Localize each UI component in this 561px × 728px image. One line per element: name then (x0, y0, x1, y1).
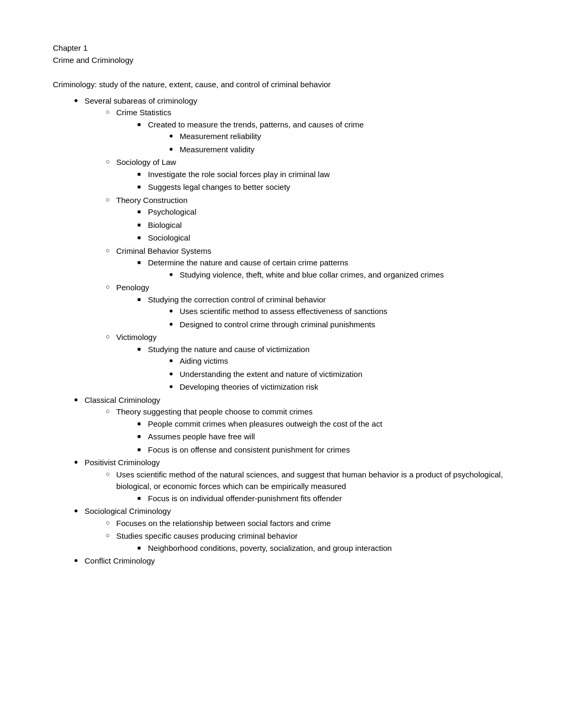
list-item: Uses scientific method of the natural sc… (106, 469, 508, 505)
item-label: Understanding the extent and nature of v… (180, 370, 362, 379)
list-item: Theory Construction Psychological Biolog… (106, 195, 508, 244)
list-item: Criminal Behavior Systems Determine the … (106, 245, 508, 281)
item-label: Developing theories of victimization ris… (180, 382, 319, 391)
item-label: Crime Statistics (116, 108, 171, 117)
classical-list: Theory suggesting that people choose to … (106, 406, 508, 456)
item-label: Created to measure the trends, patterns,… (148, 120, 364, 129)
item-label: Focuses on the relationship between soci… (116, 519, 331, 528)
list-item: Understanding the extent and nature of v… (169, 368, 508, 381)
victimology-list: Studying the nature and cause of victimi… (137, 344, 508, 393)
list-item: People commit crimes when pleasures outw… (137, 418, 508, 430)
main-list: Several subareas of criminology Crime St… (74, 95, 508, 567)
item-label: Measurement reliability (180, 132, 261, 141)
item-label: Determine the nature and cause of certai… (148, 258, 348, 267)
item-label: Biological (148, 220, 182, 229)
item-label: Studies specific causes producing crimin… (116, 531, 298, 540)
list-item: Victimology Studying the nature and caus… (106, 331, 508, 393)
list-item: Studying the nature and cause of victimi… (137, 344, 508, 393)
list-item: Sociology of Law Investigate the role so… (106, 156, 508, 193)
list-item: Developing theories of victimization ris… (169, 381, 508, 393)
item-label: People commit crimes when pleasures outw… (148, 419, 382, 428)
sociology-list: Investigate the role social forces play … (137, 169, 508, 193)
item-label: Studying the nature and cause of victimi… (148, 345, 310, 354)
item-label: Sociological (148, 233, 190, 242)
item-label: Classical Criminology (85, 395, 160, 404)
crime-stats-sub: Measurement reliability Measurement vali… (169, 131, 508, 155)
list-item: Conflict Criminology (74, 555, 508, 567)
criminal-behavior-list: Determine the nature and cause of certai… (137, 257, 508, 281)
positivist-sub: Focus is on individual offender-punishme… (137, 493, 508, 505)
list-item: Sociological (137, 232, 508, 244)
chapter-header: Chapter 1 Crime and Criminology (53, 42, 508, 66)
list-item: Measurement reliability (169, 131, 508, 143)
list-item: Theory suggesting that people choose to … (106, 406, 508, 456)
list-item: Studying violence, theft, white and blue… (169, 269, 508, 281)
list-item: Psychological (137, 206, 508, 218)
list-item: Aiding victims (169, 355, 508, 367)
chapter-line2: Crime and Criminology (53, 54, 508, 67)
item-label: Theory Construction (116, 196, 188, 205)
list-item: Measurement validity (169, 144, 508, 156)
item-label: Penology (116, 283, 149, 292)
list-item: Several subareas of criminology Crime St… (74, 95, 508, 393)
item-label: Studying violence, theft, white and blue… (180, 270, 444, 279)
list-item: Positivist Criminology Uses scientific m… (74, 457, 508, 504)
item-label: Sociological Criminology (85, 506, 171, 515)
item-label: Suggests legal changes to better society (148, 182, 290, 191)
sociological-list: Focuses on the relationship between soci… (106, 518, 508, 555)
item-label: Studying the correction control of crimi… (148, 295, 326, 304)
item-label: Uses scientific method of the natural sc… (116, 470, 503, 491)
item-label: Victimology (116, 333, 156, 342)
penology-sub: Uses scientific method to assess effecti… (169, 306, 508, 330)
item-label: Conflict Criminology (85, 556, 155, 565)
item-label: Measurement validity (180, 145, 255, 154)
list-item: Studies specific causes producing crimin… (106, 530, 508, 554)
list-item: Crime Statistics Created to measure the … (106, 107, 508, 155)
list-item: Studying the correction control of crimi… (137, 294, 508, 331)
list-item: Created to measure the trends, patterns,… (137, 119, 508, 156)
sociological-sub: Neighborhood conditions, poverty, social… (137, 542, 508, 555)
intro-text: Criminology: study of the nature, extent… (53, 79, 508, 91)
item-label: Assumes people have free will (148, 432, 255, 441)
list-item: Penology Studying the correction control… (106, 282, 508, 330)
list-item: Focuses on the relationship between soci… (106, 518, 508, 530)
list-item: Assumes people have free will (137, 431, 508, 443)
item-label: Designed to control crime through crimin… (180, 320, 375, 329)
theory-list: Psychological Biological Sociological (137, 206, 508, 244)
item-label: Criminal Behavior Systems (116, 246, 211, 255)
item-label: Aiding victims (180, 356, 228, 365)
subareas-list: Crime Statistics Created to measure the … (106, 107, 508, 393)
item-label: Several subareas of criminology (85, 96, 197, 105)
list-item: Focus is on offense and consistent punis… (137, 444, 508, 456)
classical-sub: People commit crimes when pleasures outw… (137, 418, 508, 456)
penology-list: Studying the correction control of crimi… (137, 294, 508, 331)
list-item: Neighborhood conditions, poverty, social… (137, 542, 508, 555)
item-label: Uses scientific method to assess effecti… (180, 307, 387, 316)
item-label: Focus is on individual offender-punishme… (148, 494, 342, 503)
item-label: Positivist Criminology (85, 458, 160, 467)
list-item: Classical Criminology Theory suggesting … (74, 394, 508, 456)
list-item: Determine the nature and cause of certai… (137, 257, 508, 281)
chapter-line1: Chapter 1 (53, 42, 508, 54)
list-item: Investigate the role social forces play … (137, 169, 508, 181)
list-item: Focus is on individual offender-punishme… (137, 493, 508, 505)
item-label: Theory suggesting that people choose to … (116, 407, 313, 416)
item-label: Psychological (148, 207, 197, 216)
positivist-list: Uses scientific method of the natural sc… (106, 469, 508, 505)
list-item: Sociological Criminology Focuses on the … (74, 505, 508, 554)
list-item: Biological (137, 219, 508, 232)
item-label: Sociology of Law (116, 158, 176, 167)
criminal-behavior-sub: Studying violence, theft, white and blue… (169, 269, 508, 281)
list-item: Designed to control crime through crimin… (169, 319, 508, 331)
list-item: Suggests legal changes to better society (137, 181, 508, 193)
list-item: Uses scientific method to assess effecti… (169, 306, 508, 318)
victimology-sub: Aiding victims Understanding the extent … (169, 355, 508, 393)
crime-stats-list: Created to measure the trends, patterns,… (137, 119, 508, 156)
item-label: Focus is on offense and consistent punis… (148, 445, 350, 454)
item-label: Neighborhood conditions, poverty, social… (148, 543, 392, 552)
item-label: Investigate the role social forces play … (148, 170, 330, 179)
